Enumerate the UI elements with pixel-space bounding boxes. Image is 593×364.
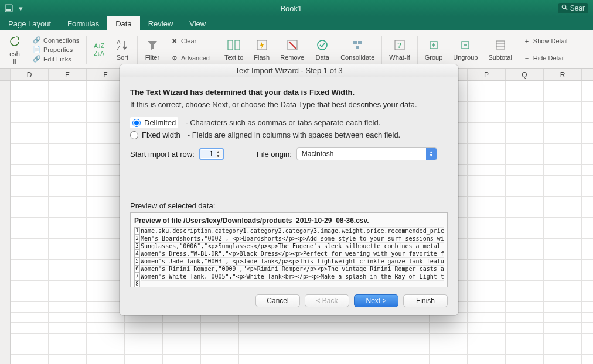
- document-title: Book1: [25, 4, 558, 13]
- tab-review[interactable]: Review: [140, 16, 182, 30]
- svg-rect-6: [228, 40, 233, 50]
- sort-desc-button[interactable]: Z↓A: [94, 50, 104, 57]
- preview-line-number: 5: [134, 257, 140, 265]
- hide-detail-button[interactable]: −Hide Detail: [523, 54, 568, 62]
- svg-line-3: [565, 8, 567, 10]
- wizard-subheading: If this is correct, choose Next, or choo…: [130, 100, 448, 109]
- clear-button[interactable]: ✖Clear: [171, 37, 210, 45]
- edit-links-icon: 🔗: [33, 55, 41, 63]
- file-origin-select[interactable]: Macintosh ▲▼: [296, 147, 437, 160]
- svg-text:Z: Z: [117, 45, 120, 51]
- data-validation-button[interactable]: Data: [311, 33, 333, 67]
- ribbon-tabs: Page Layout Formulas Data Review View: [0, 16, 593, 30]
- fixed-width-radio[interactable]: [130, 131, 138, 139]
- search-box[interactable]: Sear: [558, 3, 588, 13]
- chevron-up-down-icon: ▲▼: [426, 148, 437, 160]
- column-header[interactable]: P: [468, 69, 506, 80]
- subtotal-button[interactable]: Subtotal: [485, 33, 515, 67]
- preview-line-text: name,sku,description,category1,category2…: [141, 227, 444, 235]
- tab-data[interactable]: Data: [107, 16, 139, 30]
- ungroup-icon: [458, 37, 473, 53]
- filter-button[interactable]: Filter: [141, 33, 163, 67]
- preview-line-text: Women's Rimini Romper,"0009","<p>Rimini …: [141, 265, 444, 273]
- delimited-radio[interactable]: [132, 119, 141, 127]
- svg-point-11: [318, 40, 327, 50]
- hide-detail-icon: −: [523, 54, 531, 62]
- tab-page-layout[interactable]: Page Layout: [0, 16, 59, 30]
- svg-rect-13: [358, 41, 362, 44]
- row-headers[interactable]: [0, 81, 11, 364]
- file-origin-label: File origin:: [257, 150, 292, 159]
- consolidate-button[interactable]: Consolidate: [337, 33, 378, 67]
- column-header[interactable]: R: [544, 69, 582, 80]
- file-origin-value: Macintosh: [302, 150, 334, 158]
- what-if-button[interactable]: ? What-If: [386, 33, 413, 67]
- svg-rect-19: [496, 41, 505, 49]
- preview-line-text: Sunglasses,"0006","<p>Sunglasses</p><p>T…: [141, 242, 444, 250]
- preview-label: Preview of selected data:: [130, 201, 448, 210]
- save-icon[interactable]: [5, 4, 13, 12]
- properties-button[interactable]: 📄Properties: [33, 46, 79, 54]
- stepper-up-icon[interactable]: ▲: [216, 150, 223, 154]
- connections-icon: 🔗: [33, 36, 41, 44]
- separator: [417, 36, 418, 64]
- back-button[interactable]: < Back: [305, 294, 349, 307]
- finish-button[interactable]: Finish: [403, 294, 448, 307]
- show-detail-icon: +: [523, 37, 531, 45]
- fixed-width-desc: - Fields are aligned in columns with spa…: [188, 131, 400, 139]
- fixed-width-label: Fixed width: [142, 131, 180, 139]
- start-row-stepper[interactable]: ▲▼: [199, 148, 224, 160]
- svg-rect-14: [356, 46, 359, 49]
- connections-button[interactable]: 🔗Connections: [33, 36, 79, 44]
- remove-duplicates-button[interactable]: Remove: [277, 33, 308, 67]
- edit-links-button[interactable]: 🔗Edit Links: [33, 55, 79, 63]
- text-import-wizard-dialog: Text Import Wizard - Step 1 of 3 The Tex…: [120, 64, 458, 315]
- show-detail-button[interactable]: +Show Detail: [523, 37, 568, 45]
- separator: [217, 36, 217, 64]
- group-icon: [426, 37, 441, 53]
- refresh-all-button[interactable]: eshll: [4, 33, 26, 67]
- ungroup-button[interactable]: Ungroup: [449, 33, 481, 67]
- preview-line-number: 3: [134, 242, 140, 250]
- separator: [381, 36, 382, 64]
- select-all-corner[interactable]: [0, 69, 11, 80]
- advanced-button[interactable]: ⚙Advanced: [171, 54, 210, 62]
- group-button[interactable]: Group: [421, 33, 447, 67]
- preview-line-number: 7: [134, 273, 140, 280]
- tab-formulas[interactable]: Formulas: [59, 16, 107, 30]
- delimited-desc: - Characters such as commas or tabs sepa…: [185, 118, 380, 127]
- cancel-button[interactable]: Cancel: [255, 294, 300, 307]
- preview-line-text: Women's White Tank,"0005","<p>White Tank…: [141, 273, 444, 280]
- search-icon: [561, 4, 568, 12]
- delimited-label: Delimited: [144, 118, 176, 127]
- filter-icon: [145, 37, 160, 53]
- column-header[interactable]: D: [11, 69, 49, 80]
- what-if-icon: ?: [392, 37, 407, 53]
- text-to-columns-button[interactable]: Text to: [221, 33, 247, 67]
- refresh-icon: [7, 34, 22, 49]
- undo-split-icon[interactable]: ▾: [16, 4, 25, 12]
- svg-rect-7: [235, 40, 240, 50]
- stepper-down-icon[interactable]: ▼: [216, 154, 223, 158]
- next-button[interactable]: Next >: [354, 294, 398, 307]
- flash-fill-button[interactable]: Flash: [250, 33, 273, 67]
- wizard-heading: The Text Wizard has determined that your…: [130, 88, 448, 97]
- column-header[interactable]: Q: [506, 69, 544, 80]
- text-to-columns-icon: [226, 37, 241, 53]
- preview-file-heading: Preview of file /Users/lexy/Downloads/pr…: [134, 217, 444, 225]
- sort-button[interactable]: AZ Sort: [111, 33, 134, 67]
- tab-view[interactable]: View: [181, 16, 214, 30]
- start-row-input[interactable]: [200, 150, 216, 158]
- flash-fill-icon: [254, 37, 270, 53]
- data-validation-icon: [315, 37, 330, 53]
- preview-line-number: 1: [134, 227, 140, 235]
- preview-line-text: Men's Boardshorts,"0002","<p>Boardshorts…: [141, 235, 444, 242]
- sort-asc-button[interactable]: A↓Z: [94, 43, 104, 49]
- preview-box: Preview of file /Users/lexy/Downloads/pr…: [130, 212, 448, 287]
- column-header[interactable]: E: [49, 69, 87, 80]
- preview-line-text: Women's Jade Tank,"0003","<p>Jade Tank</…: [141, 257, 444, 265]
- svg-line-10: [289, 42, 296, 49]
- preview-line-number: 8: [134, 280, 140, 287]
- preview-line-text: [141, 280, 444, 287]
- svg-text:?: ?: [397, 42, 401, 50]
